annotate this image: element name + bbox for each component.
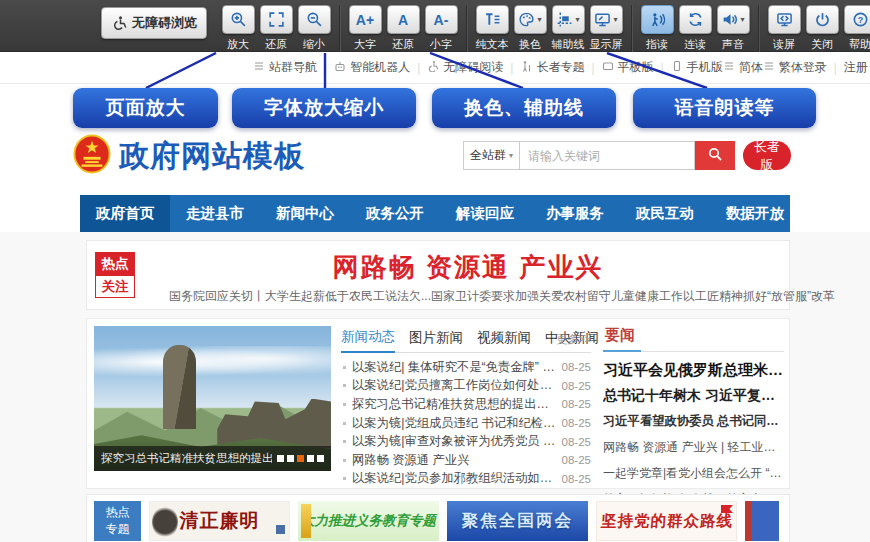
carousel-dot[interactable] xyxy=(307,455,314,462)
continuous-read-button[interactable] xyxy=(679,5,712,34)
topic-banner-integrity[interactable]: 清正廉明 xyxy=(149,501,290,541)
color-scheme-button[interactable]: ▾ xyxy=(514,5,547,34)
main-nav: 政府首页 走进县市 新闻中心 政务公开 解读回应 办事服务 政民互动 数据开放 … xyxy=(80,195,790,232)
chevron-down-icon: ▾ xyxy=(740,15,744,24)
headline-sub-link[interactable]: 国家卫计委要求加强关爱农村留守儿童健康工作 xyxy=(431,288,683,305)
nav-item-home[interactable]: 政府首页 xyxy=(80,195,170,232)
headline-sub-link[interactable]: 国务院回应关切丨大学生起薪低于农民工说法欠... xyxy=(169,288,431,305)
zoom-in-icon xyxy=(230,11,247,28)
font-smaller-button[interactable]: A- xyxy=(425,5,458,34)
news-list-item[interactable]: 以案说纪| 集体研究不是“免责金牌” 违规发放津补贴被...08-25 xyxy=(341,358,591,377)
chevron-down-icon: ▾ xyxy=(575,15,579,24)
zoom-reset-button[interactable] xyxy=(260,5,293,34)
subnav-mobile-version[interactable]: 手机版 xyxy=(671,59,723,76)
subnav-traditional[interactable]: 繁体 xyxy=(763,59,803,76)
highlight-item[interactable]: 习近平会见俄罗斯总理米舒斯京 xyxy=(603,361,784,380)
news-title: 以案为镜|党组成员违纪 书记和纪检组长被问责 xyxy=(352,415,556,432)
carousel-dot[interactable] xyxy=(317,455,324,462)
topic-banner-two-sessions[interactable]: 聚焦全国两会 xyxy=(447,501,588,541)
accessibility-main-button[interactable]: 无障碍浏览 xyxy=(101,7,207,39)
news-list: 以案说纪| 集体研究不是“免责金牌” 违规发放津补贴被...08-25 以案说纪… xyxy=(341,358,591,488)
highlights-column: 要闻 习近平会见俄罗斯总理米舒斯京 总书记十年树木 习近平复信希腊学者 习近平看… xyxy=(603,326,784,508)
text-only-button[interactable] xyxy=(476,5,509,34)
toolbar-button-label: 还原 xyxy=(392,37,414,52)
register-link[interactable]: 注册 xyxy=(844,59,868,76)
subnav-robot[interactable]: 智能机器人 xyxy=(334,59,410,76)
headline-sub-link[interactable]: 以工匠精神抓好“放管服”改革 xyxy=(683,288,835,305)
carousel-dot[interactable] xyxy=(287,455,294,462)
chevron-down-icon: ▾ xyxy=(613,15,617,24)
nav-item-gov-affairs[interactable]: 政务公开 xyxy=(350,195,440,232)
topic-banner-mass-line[interactable]: 坚持党的群众路线 xyxy=(596,501,737,541)
font-reset-button[interactable]: A xyxy=(387,5,420,34)
subnav-site-group[interactable]: 站群导航 xyxy=(253,59,317,76)
topic-banner-education[interactable]: 大力推进义务教育专题 xyxy=(298,501,439,541)
nav-item-interpretation[interactable]: 解读回应 xyxy=(440,195,530,232)
headline-link[interactable]: 网路畅 资源通 产业兴 xyxy=(147,250,789,285)
badge-focus: 关注 xyxy=(95,275,135,298)
highlights-header: 要闻 xyxy=(603,326,784,352)
nav-item-services[interactable]: 办事服务 xyxy=(530,195,620,232)
subnav-elder-special[interactable]: 长者专题 xyxy=(520,59,584,76)
search-scope-select[interactable]: 全站群 ▾ xyxy=(463,141,519,170)
toolbar-button-label: 辅助线 xyxy=(552,37,585,52)
help-button[interactable]: ? xyxy=(844,5,870,34)
font-larger-button[interactable]: A+ xyxy=(349,5,382,34)
list-icon xyxy=(253,60,265,75)
tab-video-news[interactable]: 视频新闻 xyxy=(477,329,531,352)
highlight-item[interactable]: 习近平看望政协委员 总书记同劳动人民在一起 xyxy=(603,413,784,430)
news-list-item[interactable]: 探究习总书记精准扶贫思想的提出与理论基础08-25 xyxy=(341,395,591,414)
nav-item-news-center[interactable]: 新闻中心 xyxy=(260,195,350,232)
banner-text: 大力推进义务教育专题 xyxy=(301,512,436,530)
tab-news-updates[interactable]: 新闻动态 xyxy=(341,328,395,353)
zoom-out-button[interactable] xyxy=(298,5,331,34)
login-link[interactable]: 登录 xyxy=(803,59,827,76)
news-list-item[interactable]: 以案说纪|党员擅离工作岗位如何处分?08-25 xyxy=(341,377,591,396)
highlight-item[interactable]: 网路畅 资源通 产业兴 | 轻工业调整和振兴规划 xyxy=(603,439,784,456)
news-list-item[interactable]: 网路畅 资源通 产业兴08-25 xyxy=(341,451,591,470)
nav-item-interaction[interactable]: 政民互动 xyxy=(620,195,710,232)
list-icon xyxy=(723,60,735,75)
sound-button[interactable]: ▾ xyxy=(717,5,750,34)
nav-item-special-columns[interactable]: 专题专栏 xyxy=(800,195,870,232)
carousel-dot[interactable] xyxy=(277,455,284,462)
news-section: 探究习总书记精准扶贫思想的提出与理论基础 新闻动态 图片新闻 视频新闻 中央新闻… xyxy=(86,318,790,489)
close-toolbar-button[interactable] xyxy=(806,5,839,34)
carousel-caption-bar: 探究习总书记精准扶贫思想的提出与理论基础 xyxy=(94,446,331,471)
font-minus-icon: A- xyxy=(434,13,449,27)
text-only-icon xyxy=(484,11,501,28)
point-read-button[interactable] xyxy=(641,5,674,34)
nav-item-county[interactable]: 走进县市 xyxy=(170,195,260,232)
search-button[interactable] xyxy=(695,141,735,170)
restore-icon xyxy=(268,11,285,28)
elder-version-button[interactable]: 长者版 xyxy=(743,141,791,170)
tab-photo-news[interactable]: 图片新闻 xyxy=(409,329,463,352)
toolbar-button-label: 缩小 xyxy=(303,37,325,52)
nav-item-open-data[interactable]: 数据开放 xyxy=(710,195,800,232)
banner-text: 聚焦全国两会 xyxy=(462,510,573,532)
subnav-simplified[interactable]: 简体 xyxy=(723,59,763,76)
zoom-in-button[interactable] xyxy=(222,5,255,34)
highlight-item[interactable]: 一起学党章|看党小组会怎么开 “共产主义渺茫论 xyxy=(603,465,784,482)
news-list-item[interactable]: 以案说纪|党员参加邪教组织活动如何处分?08-25 xyxy=(341,470,591,489)
palette-icon xyxy=(518,11,535,28)
news-carousel[interactable]: 探究习总书记精准扶贫思想的提出与理论基础 xyxy=(94,326,331,471)
search-input[interactable] xyxy=(519,141,695,170)
site-logo[interactable]: 政府网站模板 xyxy=(73,134,305,178)
news-list-item[interactable]: 以案为镜|审查对象被评为优秀党员 镇党委6人被问责08-25 xyxy=(341,432,591,451)
carousel-dot-active[interactable] xyxy=(297,455,304,462)
screen-reader-button[interactable] xyxy=(768,5,801,34)
topic-banner-partial[interactable] xyxy=(745,501,779,541)
screen-mode-button[interactable]: ▾ xyxy=(590,5,623,34)
search-bar: 全站群 ▾ 长者版 xyxy=(463,141,791,170)
highlights-title[interactable]: 要闻 xyxy=(603,326,641,352)
highlight-item[interactable]: 总书记十年树木 习近平复信希腊学者 xyxy=(603,387,784,405)
subnav-accessible-reading[interactable]: 无障碍阅读 xyxy=(427,59,503,76)
toolbar-button-label: 帮助 xyxy=(849,37,870,52)
news-title: 探究习总书记精准扶贫思想的提出与理论基础 xyxy=(352,396,556,413)
news-list-item[interactable]: 以案为镜|党组成员违纪 书记和纪检组长被问责08-25 xyxy=(341,414,591,433)
more-link[interactable]: 更多>> xyxy=(556,332,591,347)
site-title: 政府网站模板 xyxy=(119,136,305,177)
guide-lines-button[interactable]: ▾ xyxy=(552,5,585,34)
subnav-tablet-version[interactable]: 平板版 xyxy=(602,59,654,76)
